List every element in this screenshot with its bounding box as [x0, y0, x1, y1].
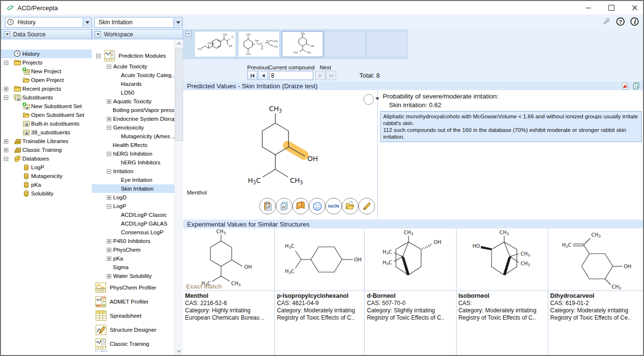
ws-tree-item-logp[interactable]: LogP	[92, 202, 175, 210]
ws-tree-item-acute-toxicity-categ[interactable]: Acute Toxicity Categ...	[92, 71, 175, 80]
expander-minus-icon[interactable]	[107, 152, 111, 156]
ds-tree-item-new-substituent-set[interactable]: -RNew Substituent Set	[1, 102, 92, 111]
ds-tree-item-pka[interactable]: pKa	[1, 180, 92, 189]
expander-plus-icon[interactable]	[107, 274, 111, 278]
module-combo[interactable]: Skin Irritation	[94, 17, 183, 28]
workspace-scrollbar[interactable]	[174, 39, 183, 355]
expander-minus-icon[interactable]	[107, 169, 111, 174]
previous-compound-button[interactable]	[258, 71, 268, 80]
settings-wrench-icon[interactable]	[602, 17, 611, 26]
compound-thumbnail-3-selected[interactable]: CH₃OHH₃CCH₃	[282, 31, 323, 57]
ws-tree-item-classic-training[interactable]: Classic Training	[92, 337, 175, 351]
minimize-button[interactable]	[583, 3, 593, 12]
ws-tree-item-endocrine-system-disrup[interactable]: Endocrine System Disrup...	[92, 114, 175, 123]
ws-tree-item-sigma[interactable]: Sigma	[92, 263, 175, 272]
ws-tree-item-health-effects[interactable]: Health Effects	[92, 141, 175, 149]
expander-minus-icon[interactable]	[4, 61, 8, 65]
ws-tree-item-structure-designer[interactable]: Structure Designer	[92, 323, 175, 337]
expander-plus-icon[interactable]	[107, 257, 111, 261]
filmstrip-collapse-button[interactable]: −	[186, 31, 192, 37]
ws-tree-item-hazards[interactable]: Hazards	[92, 80, 175, 88]
panel-dropdown-icon[interactable]	[95, 31, 101, 37]
structure-options-arrow-icon[interactable]	[375, 97, 379, 102]
ws-tree-item-water-solubility[interactable]: Water Solubility	[92, 272, 175, 280]
inchi-button[interactable]: InChI	[325, 198, 342, 214]
expander-plus-icon[interactable]	[107, 99, 111, 104]
ws-tree-item-physchem-profiler[interactable]: PhysChem Profiler	[92, 280, 175, 294]
ws-tree-item-herg-inhibition[interactable]: hERG Inhibition	[92, 149, 175, 158]
ds-tree-item-built-in-substituents[interactable]: -RBuilt-in substituents	[1, 119, 92, 128]
reference-book-button[interactable]	[292, 198, 309, 214]
info-icon[interactable]: i	[630, 17, 639, 26]
combo-dropdown-arrow[interactable]	[83, 18, 91, 27]
ws-tree-item-p450-inhibitors[interactable]: P450 Inhibitors	[92, 237, 175, 245]
ws-tree-item-acd-logp-classic[interactable]: ACD/LogP Classic	[92, 210, 175, 219]
similar-structure-card-isoborneol[interactable]: CH3HOCH3CH3IsoborneolCAS:Category: Moder…	[457, 228, 548, 355]
close-button[interactable]	[629, 3, 640, 12]
ds-tree-item-38-substituents[interactable]: -R38_substituents	[1, 128, 92, 137]
expander-plus-icon[interactable]	[4, 148, 8, 152]
compound-thumbnail-2[interactable]: CH₃CH₃NHONCH₃CH₃	[238, 31, 280, 57]
ws-tree-item-pka[interactable]: pKa	[92, 254, 175, 263]
workspace-panel-header[interactable]: Workspace	[92, 29, 183, 39]
edit-structure-button[interactable]	[358, 198, 375, 214]
ds-tree-item-trainable-libraries[interactable]: Trainable Libraries	[1, 137, 92, 146]
copy-structure-button[interactable]	[276, 198, 292, 214]
copy-report-icon[interactable]: T	[632, 82, 640, 90]
ws-tree-item-prediction-modules[interactable]: Prediction Modules	[92, 49, 175, 62]
data-source-combo[interactable]: History	[5, 17, 92, 28]
expander-plus-icon[interactable]	[107, 117, 111, 121]
open-structure-button[interactable]	[342, 198, 358, 214]
ws-tree-item-mutagenicity-ames[interactable]: Mutagenicity (Ames ...	[92, 132, 175, 141]
ws-tree-item-spreadsheet[interactable]: Spreadsheet	[92, 308, 175, 323]
expander-minus-icon[interactable]	[107, 65, 111, 69]
ws-tree-item-skin-irritation[interactable]: Skin Irritation	[92, 184, 175, 193]
structure-options-button[interactable]	[363, 94, 374, 105]
first-compound-button[interactable]	[247, 71, 257, 80]
paste-structure-button[interactable]	[259, 198, 276, 214]
expander-minus-icon[interactable]	[96, 54, 101, 58]
expander-plus-icon[interactable]	[107, 195, 111, 200]
compound-thumbnail-1[interactable]: CH₃H₃CCH₃OOH	[194, 31, 236, 57]
ws-tree-item-irritation[interactable]: Irritation	[92, 167, 175, 176]
combo-dropdown-arrow[interactable]	[173, 18, 182, 27]
smiles-smiley-button[interactable]	[309, 198, 325, 214]
ws-tree-item-admet-profiler[interactable]: ADMET Profiler	[92, 294, 175, 308]
expander-minus-icon[interactable]	[107, 126, 111, 130]
ws-tree-item-acute-toxicity[interactable]: Acute Toxicity	[92, 62, 175, 71]
ws-tree-item-item[interactable]	[92, 351, 175, 355]
ws-tree-item-boiling-point-vapor-press[interactable]: Boiling point/Vapor press...	[92, 106, 175, 114]
help-icon[interactable]: ?	[616, 17, 625, 26]
ds-tree-item-classic-training[interactable]: Classic Training	[1, 146, 92, 154]
ds-tree-item-recent-projects[interactable]: Recent projects	[1, 84, 92, 93]
ds-tree-item-substituents[interactable]: -RSubstituents	[1, 93, 92, 102]
current-compound-input[interactable]	[269, 71, 313, 80]
scroll-down-button[interactable]	[175, 347, 183, 355]
similar-structure-card-dihydrocarveol[interactable]: CH3H2COHCH3DihydrocarveolCAS: 619-01-2Ca…	[548, 228, 643, 355]
expander-plus-icon[interactable]	[4, 87, 8, 91]
ds-tree-item-logp[interactable]: LogP	[1, 163, 92, 172]
last-compound-button[interactable]	[326, 71, 336, 80]
panel-dropdown-icon[interactable]	[4, 31, 10, 37]
ds-tree-item-mutagenicity[interactable]: Mutagenicity	[1, 172, 92, 180]
ds-tree-item-open-project[interactable]: Open Project	[1, 76, 92, 84]
similar-structure-card-d-borneol[interactable]: CH3OHH3CH3Cd-BorneolCAS: 507-70-0Categor…	[365, 228, 456, 355]
ds-tree-item-new-project[interactable]: New Project	[1, 67, 92, 76]
expander-plus-icon[interactable]	[107, 248, 111, 252]
ds-tree-item-solubility[interactable]: Solubility	[1, 189, 92, 198]
expander-plus-icon[interactable]	[107, 239, 111, 243]
scrollbar-thumb[interactable]	[175, 48, 183, 141]
maximize-button[interactable]	[606, 3, 617, 12]
expander-minus-icon[interactable]	[4, 157, 8, 161]
similar-structure-card-p-isopropylcyclohexanol[interactable]: OHH3CH3Cp-IsopropylcyclohexanolCAS: 4621…	[275, 228, 365, 355]
ws-tree-item-eye-irritation[interactable]: Eye Irritation	[92, 176, 175, 184]
pdf-export-icon[interactable]	[621, 82, 629, 90]
ds-tree-item-projects[interactable]: Projects	[1, 58, 92, 67]
ws-tree-item-herg-inhibitors[interactable]: hERG Inhibitors	[92, 158, 175, 167]
next-compound-button[interactable]	[315, 71, 325, 80]
ws-tree-item-aquatic-toxicity[interactable]: Aquatic Toxicity	[92, 97, 175, 106]
ws-tree-item-logd[interactable]: LogD	[92, 193, 175, 202]
expander-minus-icon[interactable]	[4, 96, 8, 100]
ds-tree-item-history[interactable]: History	[1, 49, 92, 58]
similar-structure-card-menthol[interactable]: CH3OHH3CCH3Exact matchMentholCAS: 2216-5…	[183, 228, 275, 355]
